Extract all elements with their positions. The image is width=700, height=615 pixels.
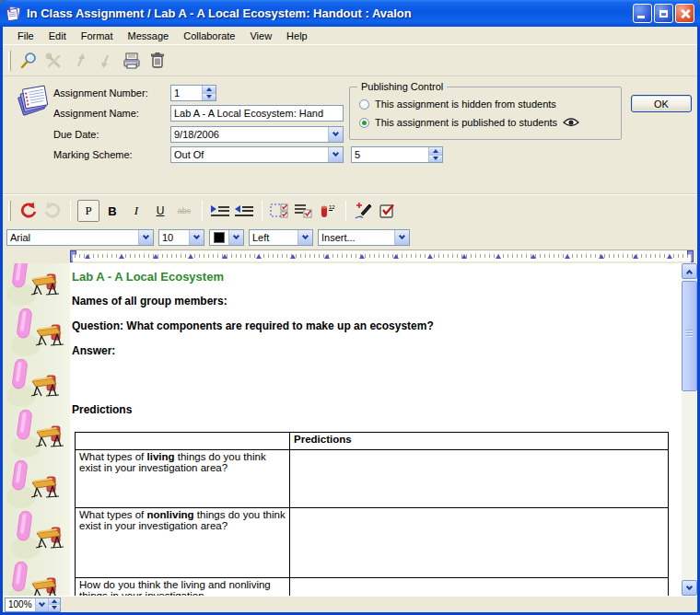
font-family-dropdown[interactable]: Arial [6,229,154,246]
tab-stop-marker[interactable] [256,254,262,259]
menu-file[interactable]: File [10,29,41,43]
ruler-bar[interactable] [70,249,694,261]
tab-stop-marker[interactable] [119,254,124,259]
trash-icon [148,51,167,71]
approve-checkbox-icon [379,203,397,219]
form-field-button[interactable] [269,200,291,222]
tab-stop-marker[interactable] [393,254,399,259]
history-back-button[interactable] [67,48,93,74]
tab-stop-marker[interactable] [85,254,90,259]
bold-button[interactable]: B [101,200,123,222]
history-forward-button[interactable] [93,48,119,74]
tab-stop-marker[interactable] [188,254,193,259]
underline-button[interactable]: U [149,200,171,222]
tab-stop-marker[interactable] [461,254,467,259]
redo-button[interactable] [41,200,64,222]
table-row: How do you think the living and nonlivin… [76,578,669,597]
insert-dropdown[interactable]: Insert... [318,229,410,246]
stationery-strip [3,263,70,596]
undo-button[interactable] [18,200,40,222]
editor-toolbar-grip[interactable] [8,201,11,221]
zoom-tool-button[interactable] [16,48,41,74]
publishing-control-legend: Publishing Control [357,81,447,92]
signature-button[interactable] [353,200,375,222]
decrease-indent-button[interactable] [233,200,255,222]
due-date-dropdown[interactable]: 9/18/2006 [170,126,344,143]
alignment-arrow[interactable] [298,230,312,245]
tab-stop-marker[interactable] [427,254,433,259]
tab-stop-marker[interactable] [531,254,536,259]
tools-button[interactable] [41,48,67,74]
marking-scheme-dropdown[interactable]: Out Of [170,146,344,163]
tab-stop-marker[interactable] [324,254,330,259]
tab-stop-marker[interactable] [599,254,604,259]
tab-stop-marker[interactable] [222,254,228,259]
answer-cell[interactable] [290,508,669,578]
tab-stop-marker[interactable] [496,254,501,259]
magnifier-icon [18,51,39,71]
menu-view[interactable]: View [242,29,279,43]
paragraph-style-button[interactable]: P [77,200,99,222]
hidden-radio[interactable] [359,99,369,110]
scrollbar-thumb[interactable] [682,281,697,391]
strikethrough-button[interactable]: abc [173,200,195,222]
tab-stop-marker[interactable] [359,254,365,259]
font-family-arrow[interactable] [138,230,153,245]
menu-message[interactable]: Message [121,29,177,43]
alignment-dropdown[interactable]: Left [249,229,313,246]
document-page[interactable]: Lab A - A Local Ecosystem Names of all g… [70,263,682,596]
question-cell: What types of living things do you think… [76,450,290,508]
scroll-down-button[interactable] [682,580,697,596]
italic-button[interactable]: I [125,200,147,222]
published-radio[interactable] [359,118,369,128]
font-size-dropdown[interactable]: 10 [158,229,204,246]
insert-arrow[interactable] [394,230,409,245]
zoom-control[interactable]: 100% [5,598,61,612]
answer-cell[interactable] [290,450,669,508]
menu-edit[interactable]: Edit [41,29,74,43]
marking-points-stepper[interactable]: 5 [351,146,443,163]
print-button[interactable] [119,48,145,74]
tab-stop-marker[interactable] [667,254,672,259]
document-area: Lab A - A Local Ecosystem Names of all g… [3,263,697,596]
delete-button[interactable] [145,48,170,74]
ok-button[interactable]: OK [631,95,692,112]
numbering-button[interactable]: 12 [317,200,339,222]
due-date-dropdown-arrow[interactable] [328,127,343,142]
zoom-dropdown-arrow[interactable] [35,598,48,611]
menu-collaborate[interactable]: Collaborate [176,29,242,43]
text-color-dropdown[interactable] [209,229,244,246]
menu-help[interactable]: Help [279,29,315,43]
assignment-name-input[interactable]: Lab A - A Local Ecosystem: Hand [170,105,344,122]
menu-format[interactable]: Format [74,29,121,43]
tab-stop-marker[interactable] [153,254,158,259]
vertical-scrollbar[interactable] [682,263,697,596]
answer-cell[interactable] [290,578,669,597]
increase-indent-button[interactable] [209,200,231,222]
assignment-number-stepper[interactable]: 1 [170,85,216,101]
font-size-arrow[interactable] [189,230,204,245]
minimize-button[interactable] [633,4,652,23]
assignment-number-spin-buttons[interactable] [202,86,216,100]
tab-stop-marker[interactable] [565,254,570,259]
close-icon [680,8,691,19]
scroll-up-button[interactable] [682,263,697,279]
approve-button[interactable] [377,200,399,222]
close-button[interactable] [675,4,694,23]
published-radio-label: This assignment is published to students [375,117,557,128]
tab-stop-marker[interactable] [633,254,638,259]
forward-arrow-icon [98,52,114,70]
checklist-icon [294,203,314,219]
title-bar[interactable]: In Class Assignment / Lab A - A Local Ec… [0,0,700,27]
text-color-arrow[interactable] [228,230,243,245]
checklist-button[interactable] [293,200,315,222]
zoom-spin-buttons[interactable] [48,598,60,611]
marking-scheme-dropdown-arrow[interactable] [328,147,343,162]
toolbar-grip[interactable] [8,51,11,71]
maximize-button[interactable] [654,4,673,23]
predictions-table: Predictions What types of living things … [75,432,669,596]
tools-icon [44,51,64,71]
eye-icon [563,117,579,128]
tab-stop-marker[interactable] [290,254,296,259]
marking-points-spin-buttons[interactable] [428,147,442,162]
